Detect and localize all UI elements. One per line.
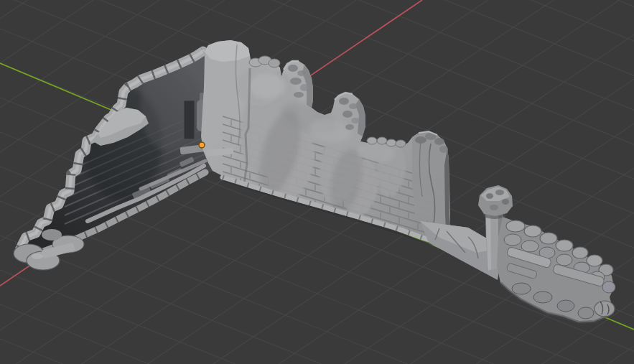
- viewport-canvas[interactable]: [0, 0, 634, 364]
- blender-3d-viewport[interactable]: [0, 0, 634, 364]
- object-origin-dot[interactable]: [199, 142, 205, 148]
